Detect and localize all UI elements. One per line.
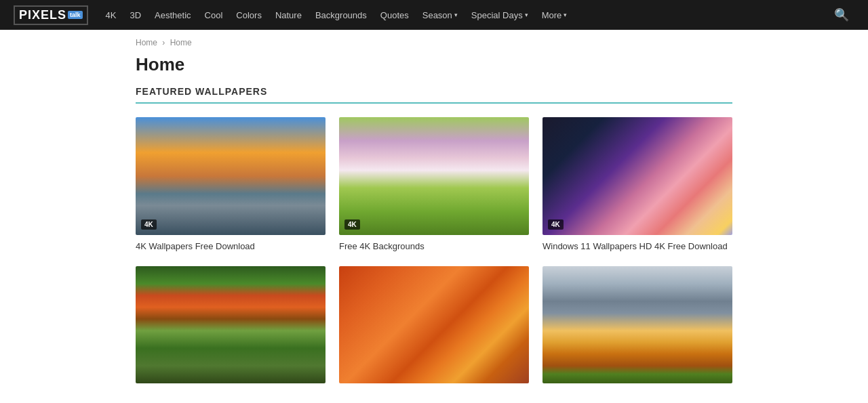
nav-items: 4K 3D Aesthetic Cool Colors Nature Backg… bbox=[100, 7, 829, 23]
badge-4k-windows11: 4K bbox=[548, 219, 564, 230]
search-icon[interactable]: 🔍 bbox=[829, 5, 854, 25]
season-chevron-icon: ▾ bbox=[454, 12, 458, 18]
wallpaper-image-cherry bbox=[339, 117, 529, 235]
wallpaper-label-cherry: Free 4K Backgrounds bbox=[339, 240, 529, 253]
wallpaper-grid-row1: 4K 4K Wallpapers Free Download 4K Free 4… bbox=[136, 117, 732, 253]
nav-item-more[interactable]: More ▾ bbox=[536, 7, 573, 23]
nav-item-aesthetic[interactable]: Aesthetic bbox=[149, 7, 196, 23]
wallpaper-thumb-sunset: 4K bbox=[136, 117, 326, 235]
wallpaper-card-windows11[interactable]: 4K Windows 11 Wallpapers HD 4K Free Down… bbox=[542, 117, 732, 253]
more-chevron-icon: ▾ bbox=[564, 12, 567, 18]
wallpaper-image-autumn-leaves bbox=[339, 266, 529, 384]
nav-item-quotes[interactable]: Quotes bbox=[375, 7, 414, 23]
breadcrumb-separator: › bbox=[162, 38, 165, 47]
main-nav: PIXELS talk 4K 3D Aesthetic Cool Colors … bbox=[0, 0, 868, 30]
wallpaper-thumb-forest bbox=[136, 266, 326, 384]
wallpaper-image-mountain-autumn bbox=[542, 266, 732, 384]
wallpaper-thumb-cherry: 4K bbox=[339, 117, 529, 235]
nav-item-nature[interactable]: Nature bbox=[270, 7, 307, 23]
wallpaper-label-sunset: 4K Wallpapers Free Download bbox=[136, 240, 326, 253]
breadcrumb-current: Home bbox=[170, 38, 192, 47]
page-title: Home bbox=[0, 51, 868, 86]
nav-item-season[interactable]: Season ▾ bbox=[417, 7, 463, 23]
wallpaper-card-autumn-leaves[interactable] bbox=[339, 266, 529, 384]
wallpaper-card-sunset[interactable]: 4K 4K Wallpapers Free Download bbox=[136, 117, 326, 253]
wallpaper-card-mountain-autumn[interactable] bbox=[542, 266, 732, 384]
nav-item-3d[interactable]: 3D bbox=[124, 7, 146, 23]
nav-item-cool[interactable]: Cool bbox=[199, 7, 229, 23]
badge-4k-cherry: 4K bbox=[344, 219, 360, 230]
nav-item-4k[interactable]: 4K bbox=[100, 7, 122, 23]
wallpaper-grid-row2 bbox=[136, 266, 732, 384]
nav-item-special-days[interactable]: Special Days ▾ bbox=[466, 7, 534, 23]
breadcrumb: Home › Home bbox=[0, 30, 868, 51]
logo[interactable]: PIXELS talk bbox=[14, 5, 88, 25]
nav-item-colors[interactable]: Colors bbox=[231, 7, 267, 23]
wallpaper-thumb-mountain-autumn bbox=[542, 266, 732, 384]
badge-4k-sunset: 4K bbox=[141, 219, 157, 230]
special-days-chevron-icon: ▾ bbox=[525, 12, 528, 18]
wallpaper-card-cherry[interactable]: 4K Free 4K Backgrounds bbox=[339, 117, 529, 253]
wallpaper-image-forest bbox=[136, 266, 326, 384]
main-content: FEATURED WALLPAPERS 4K 4K Wallpapers Fre… bbox=[0, 86, 868, 403]
nav-item-backgrounds[interactable]: Backgrounds bbox=[310, 7, 372, 23]
wallpaper-thumb-autumn-leaves bbox=[339, 266, 529, 384]
section-header: FEATURED WALLPAPERS bbox=[136, 86, 732, 104]
logo-talk-badge: talk bbox=[68, 11, 83, 19]
wallpaper-image-sunset bbox=[136, 117, 326, 235]
wallpaper-image-windows11 bbox=[542, 117, 732, 235]
wallpaper-label-windows11: Windows 11 Wallpapers HD 4K Free Downloa… bbox=[542, 240, 732, 253]
logo-pixels-text: PIXELS bbox=[19, 8, 66, 22]
wallpaper-thumb-windows11: 4K bbox=[542, 117, 732, 235]
wallpaper-card-forest[interactable] bbox=[136, 266, 326, 384]
breadcrumb-home[interactable]: Home bbox=[136, 38, 157, 47]
